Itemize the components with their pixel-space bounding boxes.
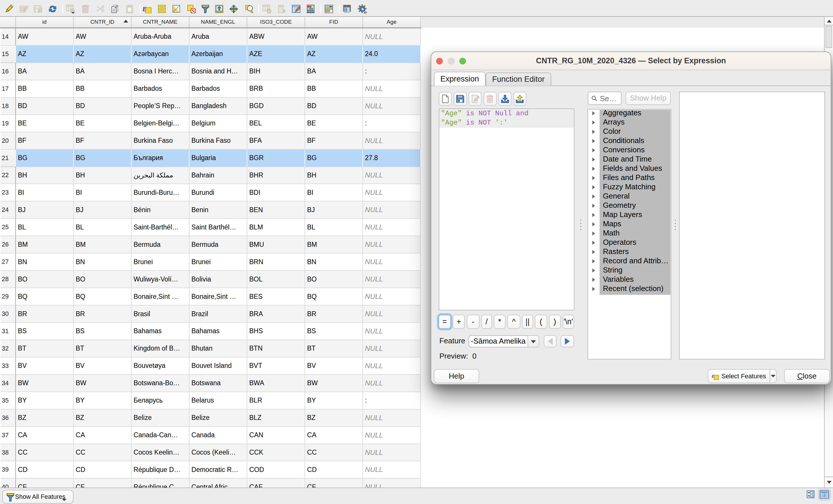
svg-text:ε: ε (712, 373, 714, 379)
svg-text:ε: ε (143, 5, 146, 13)
